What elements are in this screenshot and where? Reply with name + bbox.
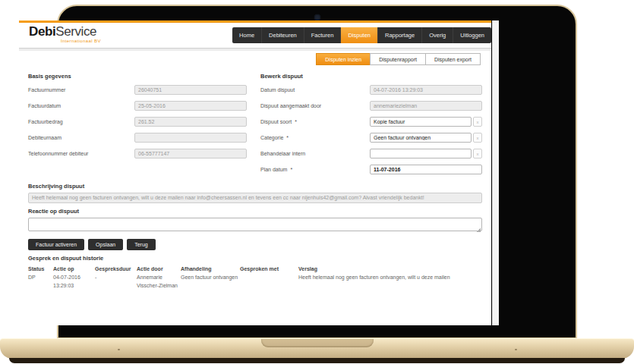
nav-item-overig[interactable]: Overig xyxy=(421,27,453,43)
terug-button[interactable]: Terug xyxy=(127,239,156,250)
dispuut-soort-input[interactable] xyxy=(370,117,472,127)
reactie-title: Reactie op dispuut xyxy=(28,208,482,215)
webcam-icon xyxy=(314,14,320,20)
basis-gegevens-section: Basis gegevens Factuurnummer Factuurdatu… xyxy=(28,70,247,180)
browser-viewport: DebiService Internationaal BV Home Debit… xyxy=(19,20,491,325)
site-header: DebiService Internationaal BV Home Debit… xyxy=(19,23,491,48)
cell-actie-door: Annemarie Visscher-Zielman xyxy=(137,274,181,291)
subtab-bar: Disputen inzien Disputenrapport Disputen… xyxy=(19,51,491,65)
field-label: Factuurdatum xyxy=(28,103,134,108)
beschrijving-textarea: Heeft helemaal nog geen facturen ontvang… xyxy=(28,193,482,203)
debiteurnaam-input xyxy=(134,133,247,143)
tab-disputen-inzien[interactable]: Disputen inzien xyxy=(316,53,371,65)
cell-actie-op: 04-07-2016 13:29:03 xyxy=(53,274,95,291)
field-label: Telefoonnummer debiteur xyxy=(28,151,134,156)
clear-dispuut-soort-button[interactable]: x xyxy=(473,117,482,127)
nav-item-facturen[interactable]: Facturen xyxy=(304,27,341,43)
col-verslag: Verslag xyxy=(298,265,482,274)
required-mark: * xyxy=(286,135,289,140)
field-label: Factuurbedrag xyxy=(28,119,134,124)
required-mark: * xyxy=(295,119,297,124)
factuurnummer-input xyxy=(134,85,247,95)
datum-dispuut-input xyxy=(370,85,482,95)
laptop-base xyxy=(0,338,634,359)
field-behandelaar-intern: Behandelaar intern x xyxy=(260,149,482,158)
factuurdatum-input xyxy=(134,101,247,111)
behandelaar-intern-input[interactable] xyxy=(370,149,472,158)
field-telefoonnummer: Telefoonnummer debiteur xyxy=(28,149,247,158)
field-factuurdatum: Factuurdatum xyxy=(28,101,247,111)
cell-verslag: Heeft helemaal nog geen facturen ontvang… xyxy=(298,274,482,291)
nav-item-home[interactable]: Home xyxy=(232,27,261,43)
plan-datum-input[interactable] xyxy=(370,165,482,174)
vertical-scrollbar[interactable] xyxy=(492,20,499,325)
section-title-bewerk: Bewerk dispuut xyxy=(260,73,482,80)
field-label: Dispuut aangemaakt door xyxy=(260,103,370,108)
factuurbedrag-input xyxy=(134,117,247,127)
nav-item-rapportage[interactable]: Rapportage xyxy=(377,27,421,43)
main-content: Basis gegevens Factuurnummer Factuurdatu… xyxy=(19,65,491,291)
field-label: Behandelaar intern xyxy=(260,151,370,156)
field-datum-dispuut: Datum dispuut xyxy=(260,85,482,95)
col-actie-op: Actie op xyxy=(53,265,95,274)
historie-table: Status Actie op Gespreksduur Actie door … xyxy=(28,265,482,291)
factuur-activeren-button[interactable]: Factuur activeren xyxy=(28,239,84,250)
opslaan-button[interactable]: Opslaan xyxy=(88,239,123,250)
tab-disputen-export[interactable]: Disputen export xyxy=(425,53,481,65)
required-mark: * xyxy=(290,167,292,172)
nav-item-disputen[interactable]: Disputen xyxy=(340,27,377,43)
field-categorie: Categorie* x xyxy=(260,133,482,143)
logo[interactable]: DebiService Internationaal BV xyxy=(29,25,101,43)
field-label: Categorie* xyxy=(260,135,370,140)
field-dispuut-soort: Dispuut soort* x xyxy=(260,117,482,127)
cell-afhandeling: Geen factuur ontvangen xyxy=(181,274,240,291)
section-title-basis: Basis gegevens xyxy=(28,73,247,80)
field-aangemaakt-door: Dispuut aangemaakt door xyxy=(260,101,482,111)
aangemaakt-door-input xyxy=(370,101,482,111)
base-dot xyxy=(118,349,120,350)
field-label: Datum dispuut xyxy=(260,87,370,93)
main-nav: Home Debiteuren Facturen Disputen Rappor… xyxy=(232,27,491,43)
categorie-input[interactable] xyxy=(370,133,472,143)
reactie-textarea[interactable] xyxy=(28,218,482,231)
col-gesproken-met: Gesproken met xyxy=(240,265,298,274)
field-factuurnummer: Factuurnummer xyxy=(28,85,247,95)
field-label: Plan datum* xyxy=(260,167,370,172)
logo-text-light: Service xyxy=(55,24,96,39)
field-factuurbedrag: Factuurbedrag xyxy=(28,117,247,127)
nav-item-debiteuren[interactable]: Debiteuren xyxy=(261,27,304,43)
page: DebiService Internationaal BV Home Debit… xyxy=(0,0,634,364)
field-label: Dispuut soort* xyxy=(260,119,370,124)
tab-disputenrapport[interactable]: Disputenrapport xyxy=(370,53,426,65)
logo-tagline: Internationaal BV xyxy=(61,39,101,43)
telefoonnummer-input xyxy=(134,149,247,158)
col-actie-door: Actie door xyxy=(137,265,181,274)
beschrijving-title: Beschrijving dispuut xyxy=(28,183,482,190)
laptop-lid-notch xyxy=(261,339,374,347)
nav-item-uitloggen[interactable]: Uitloggen xyxy=(453,27,491,43)
laptop-base-edge xyxy=(9,358,625,363)
cell-status: DP xyxy=(28,274,53,291)
bewerk-dispuut-section: Bewerk dispuut Datum dispuut Dispuut aan… xyxy=(260,70,482,180)
field-label: Debiteurnaam xyxy=(28,135,134,140)
field-label: Factuurnummer xyxy=(28,87,134,93)
field-plan-datum: Plan datum* xyxy=(260,165,482,174)
resize-handle-icon[interactable] xyxy=(477,228,481,232)
action-buttons: Factuur activeren Opslaan Terug xyxy=(28,239,482,250)
col-gespreksduur: Gespreksduur xyxy=(95,265,137,274)
logo-text-bold: Debi xyxy=(29,24,55,39)
clear-categorie-button[interactable]: x xyxy=(473,133,482,143)
cell-gesproken-met xyxy=(240,274,298,291)
clear-behandelaar-button[interactable]: x xyxy=(473,149,482,158)
historie-title: Gesprek en dispuut historie xyxy=(28,255,482,262)
table-row: DP 04-07-2016 13:29:03 - Annemarie Vissc… xyxy=(28,274,482,291)
table-header-row: Status Actie op Gespreksduur Actie door … xyxy=(28,265,482,274)
field-debiteurnaam: Debiteurnaam xyxy=(28,133,247,143)
col-afhandeling: Afhandeling xyxy=(181,265,240,274)
base-dot xyxy=(515,349,517,350)
cell-gespreksduur: - xyxy=(95,274,137,291)
col-status: Status xyxy=(28,265,53,274)
